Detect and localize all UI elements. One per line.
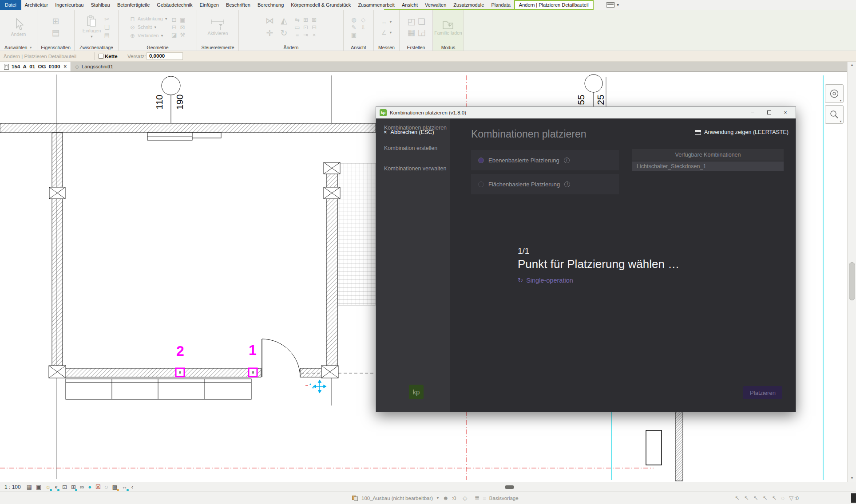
scroll-down-icon[interactable]: ▼ xyxy=(848,475,856,482)
temporary-hide-icon[interactable]: ● xyxy=(88,483,91,491)
filter-icon[interactable]: ▽ xyxy=(789,495,793,501)
analytical-model-icon[interactable]: ☒ xyxy=(95,483,101,491)
tab-ansicht[interactable]: Ansicht xyxy=(398,0,421,10)
panel-label-eigenschaften[interactable]: Eigenschaften xyxy=(37,44,74,51)
worksets-icon[interactable] xyxy=(352,496,358,501)
crop-visibility-icon[interactable]: ⊞ xyxy=(71,483,76,491)
drag-on-selection-icon[interactable]: ↖ xyxy=(772,495,777,501)
maximize-button[interactable] xyxy=(762,110,776,116)
tab-ingenieurbau[interactable]: Ingenieurbau xyxy=(52,0,87,10)
info-icon[interactable]: i xyxy=(564,181,570,187)
override-graphics-icon: ✎ xyxy=(350,24,358,31)
panel-label-geometrie[interactable]: Geometrie xyxy=(119,44,197,51)
tab-berechnung[interactable]: Berechnung xyxy=(254,0,287,10)
panel-label-aendern[interactable]: Ändern xyxy=(239,44,343,51)
crop-view-icon[interactable]: ⊡ xyxy=(62,483,67,491)
tab-stahlbau[interactable]: Stahlbau xyxy=(87,0,114,10)
left-wall[interactable] xyxy=(52,133,63,377)
tab-koerpermodell[interactable]: Körpermodell & Grundstück xyxy=(287,0,354,10)
detail-level-icon[interactable]: ▦ xyxy=(27,483,32,491)
chevron-down-icon[interactable]: ▼ xyxy=(839,120,842,123)
tab-gebaeudetechnik[interactable]: Gebäudetechnik xyxy=(153,0,196,10)
vertical-scrollbar[interactable]: ▲ ▼ xyxy=(847,62,856,482)
scale-button[interactable]: 1 : 100 xyxy=(3,484,23,490)
radio-face-based[interactable]: Flächenbasierte Platzierung i xyxy=(471,174,619,194)
radio-selected-icon[interactable] xyxy=(478,158,484,163)
view-tab-plan[interactable]: 154_A_01_OG_0100 × xyxy=(0,62,71,71)
panel-label-ansicht[interactable]: Ansicht xyxy=(344,44,373,51)
scroll-up-icon[interactable]: ▲ xyxy=(848,62,856,69)
info-icon[interactable]: i xyxy=(564,158,570,163)
sun-path-icon[interactable]: ☼ xyxy=(45,483,51,491)
collapse-bar-icon[interactable]: ‹ xyxy=(131,483,133,491)
minimize-button[interactable]: – xyxy=(746,110,759,116)
editable-only-icon[interactable]: ☻ xyxy=(443,495,449,501)
tab-einfuegen[interactable]: Einfügen xyxy=(196,0,222,10)
door-swing[interactable] xyxy=(262,339,300,377)
active-workset[interactable]: 100_Ausbau (nicht bearbeitbar) xyxy=(361,496,433,501)
detail-item-2[interactable]: 2 xyxy=(176,343,184,377)
chevron-down-icon[interactable]: ▼ xyxy=(436,496,440,500)
show-app-button[interactable]: Anwendung zeigen (LEERTASTE) xyxy=(695,129,789,135)
visual-style-icon[interactable]: ▣ xyxy=(36,483,41,491)
view-tab-section[interactable]: ◇ Längsschnitt1 xyxy=(71,62,117,71)
cancel-label: Abbrechen (ESC) xyxy=(391,129,434,135)
zoom-tool-button[interactable]: ▼ xyxy=(825,105,844,124)
single-operation-link[interactable]: ↻ Single-operation xyxy=(518,277,679,284)
design-model-icon[interactable]: ◇ xyxy=(463,495,467,501)
selection-set-icon[interactable]: ◌ xyxy=(781,495,785,501)
select-underlay-icon[interactable]: ↖ xyxy=(744,495,749,501)
panel-label-zwischenablage[interactable]: Zwischenablage xyxy=(75,44,118,51)
reveal-hidden-icon[interactable]: ∞ xyxy=(80,483,84,491)
tab-zusammenarbeit[interactable]: Zusammenarbeit xyxy=(354,0,398,10)
panel-label-messen[interactable]: Messen xyxy=(374,44,399,51)
place-button[interactable]: Platzieren xyxy=(743,386,782,399)
tab-datei[interactable]: Datei xyxy=(0,0,21,10)
close-icon[interactable]: × xyxy=(63,63,67,70)
tab-zusatzmodule[interactable]: Zusatzmodule xyxy=(450,0,487,10)
cabinet-row[interactable] xyxy=(66,379,251,399)
tab-verwalten[interactable]: Verwalten xyxy=(421,0,450,10)
chevron-down-icon[interactable]: ▼ xyxy=(839,99,842,102)
detail-item-1[interactable]: 1 xyxy=(249,342,257,377)
chain-checkbox[interactable] xyxy=(99,54,103,59)
nav-item-verwalten[interactable]: Kombinationen verwalten xyxy=(384,165,446,172)
available-item[interactable]: Lichtschalter_Steckdosen_1 xyxy=(632,161,784,171)
panel-label-steuerelemente[interactable]: Steuerelemente xyxy=(197,44,238,51)
dialog-title-bar[interactable]: kp Kombinationen platzieren (v1.8.0) – × xyxy=(376,107,796,118)
design-option-name[interactable]: Basisvorlage xyxy=(489,496,519,501)
column-element[interactable] xyxy=(646,430,662,465)
design-options-edit-icon[interactable]: ≡ xyxy=(483,495,486,501)
offset-input[interactable]: 0,0000 xyxy=(147,52,183,60)
panel-label-auswaehlen[interactable]: Auswählen▼ xyxy=(0,44,37,51)
horizontal-scroll-thumb[interactable] xyxy=(505,485,514,489)
steering-wheel-button[interactable]: ▼ xyxy=(825,84,844,103)
cancel-button[interactable]: × Abbrechen (ESC) xyxy=(384,129,434,135)
tab-contextual-modify[interactable]: Ändern | Platzieren Detailbauteil xyxy=(514,0,594,10)
chain-checkbox-group[interactable]: Kette xyxy=(99,54,118,59)
ribbon-display-toggle[interactable]: ▼ xyxy=(606,0,620,10)
measure-presentation-icon[interactable]: ↔ xyxy=(122,483,127,491)
design-options-icon[interactable]: ≣ xyxy=(475,495,480,501)
shadows-icon[interactable]: ◐ xyxy=(55,483,58,491)
reveal-constraints-icon[interactable]: ▩ xyxy=(112,483,117,491)
elevation-marker-left[interactable]: 110 190 xyxy=(154,76,185,123)
vertical-scroll-thumb[interactable] xyxy=(849,262,855,300)
nav-item-erstellen[interactable]: Kombination erstellen xyxy=(384,145,437,151)
elevation-marker-right[interactable]: 55 25 xyxy=(576,75,606,107)
tab-beschriften[interactable]: Beschriften xyxy=(222,0,254,10)
radio-level-based[interactable]: Ebenenbasierte Platzierung i xyxy=(471,150,619,170)
close-button[interactable]: × xyxy=(779,110,792,116)
panel-label-erstellen[interactable]: Erstellen xyxy=(400,44,432,51)
linework-icon: ⇩ xyxy=(359,24,367,31)
tab-architektur[interactable]: Architektur xyxy=(21,0,52,10)
panel-label-modus[interactable]: Modus xyxy=(433,44,464,51)
select-links-icon[interactable]: ↖ xyxy=(735,495,740,501)
select-pinned-icon[interactable]: ↖ xyxy=(753,495,758,501)
highlight-sets-icon[interactable]: ◌ xyxy=(105,483,108,491)
tiled-wall-area[interactable] xyxy=(337,163,376,305)
tab-plandata[interactable]: Plandata xyxy=(487,0,514,10)
select-by-face-icon[interactable]: ↖ xyxy=(763,495,768,501)
radio-unselected-icon[interactable] xyxy=(478,181,484,187)
tab-betonfertigteile[interactable]: Betonfertigteile xyxy=(114,0,153,10)
